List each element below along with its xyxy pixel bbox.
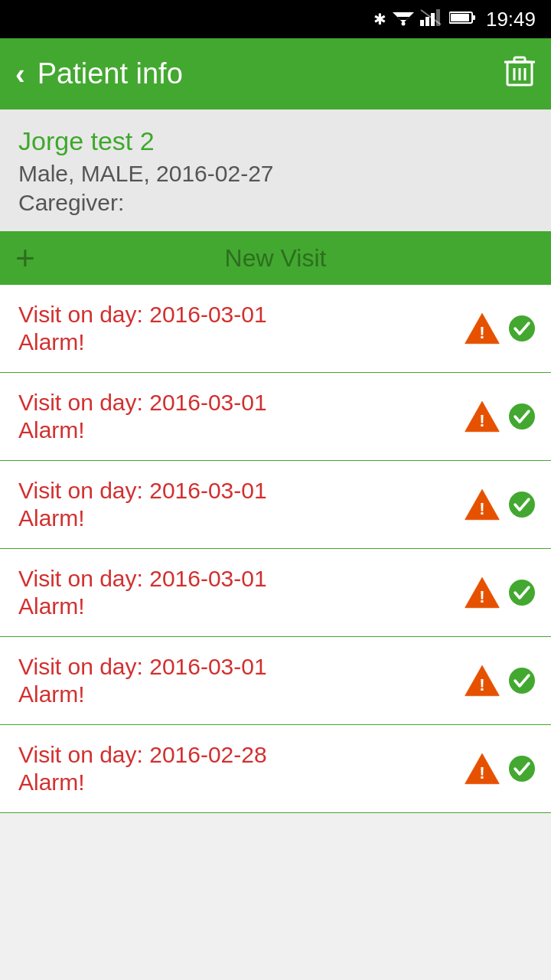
svg-rect-5 [425, 17, 429, 26]
svg-rect-14 [514, 57, 525, 62]
status-bar: ✱ [0, 0, 551, 38]
svg-point-23 [509, 403, 535, 430]
svg-text:!: ! [479, 675, 484, 694]
visit-alarm: Alarm! [18, 769, 455, 795]
svg-text:!: ! [479, 499, 484, 518]
check-icon [508, 403, 536, 430]
visit-date: Visit on day: 2016-03-01 [18, 478, 455, 504]
check-icon [508, 491, 536, 518]
visit-date: Visit on day: 2016-03-01 [18, 654, 455, 680]
visit-alarm: Alarm! [18, 593, 455, 619]
visit-date: Visit on day: 2016-02-28 [18, 742, 455, 768]
warning-icon: ! [464, 664, 500, 697]
visit-item[interactable]: Visit on day: 2016-02-28 Alarm! ! [0, 725, 551, 813]
warning-icon: ! [464, 400, 500, 433]
patient-details: Male, MALE, 2016-02-27 [18, 161, 533, 187]
visit-text: Visit on day: 2016-03-01 Alarm! [18, 302, 455, 355]
check-icon [508, 579, 536, 606]
visit-status-icons: ! [464, 664, 536, 697]
visit-text: Visit on day: 2016-03-01 Alarm! [18, 566, 455, 619]
signal-icon [420, 9, 443, 30]
delete-button[interactable] [504, 54, 536, 94]
new-visit-button[interactable]: + New Visit [0, 231, 551, 285]
visit-list: Visit on day: 2016-03-01 Alarm! ! Visit … [0, 285, 551, 813]
svg-point-35 [509, 756, 535, 782]
patient-caregiver: Caregiver: [18, 190, 533, 216]
app-bar: ‹ Patient info [0, 38, 551, 109]
svg-point-3 [401, 21, 405, 25]
check-icon [508, 667, 536, 694]
visit-status-icons: ! [464, 400, 536, 433]
warning-icon: ! [464, 576, 500, 609]
new-visit-label: New Visit [61, 244, 490, 273]
visit-item[interactable]: Visit on day: 2016-03-01 Alarm! ! [0, 461, 551, 549]
svg-text:!: ! [479, 323, 484, 342]
check-icon [508, 315, 536, 342]
check-icon [508, 755, 536, 782]
visit-item[interactable]: Visit on day: 2016-03-01 Alarm! ! [0, 637, 551, 725]
visit-alarm: Alarm! [18, 329, 455, 355]
app-bar-left: ‹ Patient info [15, 57, 183, 90]
svg-rect-11 [451, 14, 469, 21]
new-visit-plus-icon: + [15, 239, 61, 277]
visit-item[interactable]: Visit on day: 2016-03-01 Alarm! ! [0, 285, 551, 373]
bluetooth-icon: ✱ [373, 10, 386, 28]
svg-text:!: ! [479, 411, 484, 430]
patient-info-section: Jorge test 2 Male, MALE, 2016-02-27 Care… [0, 109, 551, 231]
warning-icon: ! [464, 488, 500, 521]
svg-point-26 [509, 492, 535, 518]
visit-text: Visit on day: 2016-03-01 Alarm! [18, 654, 455, 707]
warning-icon: ! [464, 752, 500, 786]
visit-text: Visit on day: 2016-03-01 Alarm! [18, 390, 455, 443]
visit-date: Visit on day: 2016-03-01 [18, 390, 455, 416]
status-time: 19:49 [486, 8, 536, 31]
visit-date: Visit on day: 2016-03-01 [18, 302, 455, 328]
visit-alarm: Alarm! [18, 681, 455, 707]
svg-text:!: ! [479, 587, 484, 606]
app-bar-title: Patient info [37, 57, 183, 90]
battery-icon [449, 11, 477, 28]
wifi-icon [393, 9, 414, 30]
visit-text: Visit on day: 2016-02-28 Alarm! [18, 742, 455, 795]
visit-status-icons: ! [464, 752, 536, 786]
status-icons: ✱ [373, 9, 477, 30]
visit-text: Visit on day: 2016-03-01 Alarm! [18, 478, 455, 531]
visit-status-icons: ! [464, 576, 536, 609]
visit-status-icons: ! [464, 488, 536, 521]
svg-point-29 [509, 580, 535, 606]
visit-item[interactable]: Visit on day: 2016-03-01 Alarm! ! [0, 549, 551, 637]
svg-text:!: ! [479, 763, 484, 782]
visit-alarm: Alarm! [18, 417, 455, 443]
patient-name: Jorge test 2 [18, 126, 533, 156]
back-button[interactable]: ‹ [15, 60, 25, 89]
visit-status-icons: ! [464, 312, 536, 345]
warning-icon: ! [464, 312, 500, 345]
svg-point-32 [509, 668, 535, 694]
visit-date: Visit on day: 2016-03-01 [18, 566, 455, 592]
visit-item[interactable]: Visit on day: 2016-03-01 Alarm! ! [0, 373, 551, 461]
visit-alarm: Alarm! [18, 505, 455, 531]
svg-point-20 [509, 315, 535, 341]
svg-rect-10 [472, 15, 475, 20]
svg-rect-4 [420, 20, 424, 26]
